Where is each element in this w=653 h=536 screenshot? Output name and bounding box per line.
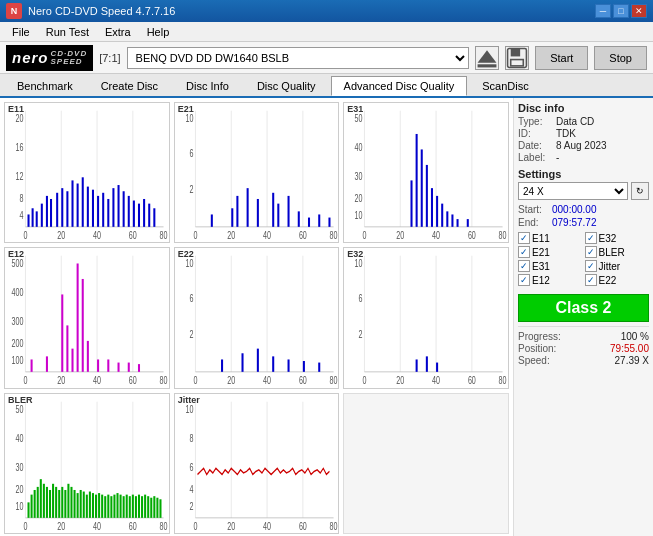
- svg-rect-28: [61, 188, 63, 227]
- svg-rect-146: [272, 357, 274, 372]
- tab-create-disc[interactable]: Create Disc: [88, 76, 171, 96]
- svg-rect-118: [61, 295, 63, 372]
- drive-select[interactable]: BENQ DVD DD DW1640 BSLB: [127, 47, 470, 69]
- svg-rect-203: [89, 491, 91, 517]
- cb-e32[interactable]: [585, 232, 597, 244]
- maximize-button[interactable]: □: [613, 4, 629, 18]
- tab-disc-info[interactable]: Disc Info: [173, 76, 242, 96]
- stop-button[interactable]: Stop: [594, 46, 647, 70]
- svg-rect-64: [246, 188, 248, 227]
- cb-e21[interactable]: [518, 246, 530, 258]
- svg-rect-117: [46, 357, 48, 372]
- close-button[interactable]: ✕: [631, 4, 647, 18]
- svg-rect-26: [50, 199, 52, 227]
- svg-rect-124: [97, 360, 99, 372]
- disc-type-value: Data CD: [556, 116, 594, 127]
- speed-value: 27.39 X: [615, 355, 649, 366]
- menu-run-test[interactable]: Run Test: [38, 24, 97, 40]
- svg-text:20: 20: [227, 230, 235, 242]
- tab-advanced-disc-quality[interactable]: Advanced Disc Quality: [331, 76, 468, 96]
- svg-rect-36: [102, 193, 104, 227]
- chart-e31-svg: 50 40 30 20 10 0 20 40 60 80: [344, 103, 508, 242]
- title-bar: N Nero CD-DVD Speed 4.7.7.16 ─ □ ✕: [0, 0, 653, 22]
- svg-rect-46: [153, 208, 155, 227]
- speed-label: Speed:: [518, 355, 550, 366]
- progress-row: Progress: 100 %: [518, 331, 649, 342]
- cb-e11-row: E11: [518, 232, 583, 244]
- svg-rect-192: [55, 487, 57, 518]
- svg-text:12: 12: [15, 171, 23, 183]
- svg-rect-122: [82, 279, 84, 372]
- svg-text:4: 4: [19, 210, 23, 222]
- svg-rect-61: [210, 214, 212, 226]
- svg-text:20: 20: [355, 193, 363, 205]
- svg-text:0: 0: [193, 520, 197, 532]
- svg-rect-67: [277, 204, 279, 227]
- menu-help[interactable]: Help: [139, 24, 178, 40]
- cb-e12[interactable]: [518, 274, 530, 286]
- svg-text:60: 60: [468, 230, 476, 242]
- chart-jitter-label: Jitter: [178, 395, 200, 405]
- svg-text:300: 300: [11, 316, 23, 328]
- svg-rect-126: [118, 363, 120, 372]
- cb-e11[interactable]: [518, 232, 530, 244]
- tab-disc-quality[interactable]: Disc Quality: [244, 76, 329, 96]
- svg-rect-69: [297, 211, 299, 226]
- svg-rect-198: [74, 490, 76, 518]
- cb-e32-row: E32: [585, 232, 650, 244]
- cb-e22[interactable]: [585, 274, 597, 286]
- svg-rect-183: [28, 502, 30, 517]
- svg-rect-165: [426, 357, 428, 372]
- svg-rect-227: [175, 394, 339, 533]
- svg-text:40: 40: [432, 230, 440, 242]
- svg-text:2: 2: [189, 329, 193, 341]
- svg-text:20: 20: [57, 230, 65, 242]
- speed-btn[interactable]: ↻: [631, 182, 649, 200]
- chart-e21-label: E21: [178, 104, 194, 114]
- chart-bler-svg: 50 40 30 20 10 0 20 40 60 80: [5, 394, 169, 533]
- svg-rect-144: [241, 354, 243, 373]
- main-content: E11 20 16 12 8 4 0 20 40 60 80: [0, 98, 653, 536]
- cb-jitter[interactable]: [585, 260, 597, 272]
- svg-text:20: 20: [57, 520, 65, 532]
- menu-extra[interactable]: Extra: [97, 24, 139, 40]
- chart-e11-svg: 20 16 12 8 4 0 20 40 60 80: [5, 103, 169, 242]
- svg-rect-224: [153, 496, 155, 518]
- svg-rect-222: [147, 496, 149, 518]
- chart-e22-svg: 10 6 2 0 20 40 60 80: [175, 248, 339, 387]
- svg-rect-211: [113, 494, 115, 517]
- svg-rect-41: [128, 196, 130, 227]
- cb-bler[interactable]: [585, 246, 597, 258]
- chart-jitter-svg: 10 8 6 4 2 0 20 40 60 80: [175, 394, 339, 533]
- tab-benchmark[interactable]: Benchmark: [4, 76, 86, 96]
- speed-select[interactable]: 24 X: [518, 182, 628, 200]
- svg-rect-63: [236, 196, 238, 227]
- disc-date-label: Date:: [518, 140, 552, 151]
- svg-text:0: 0: [193, 230, 197, 242]
- cb-e32-label: E32: [599, 233, 617, 244]
- menu-file[interactable]: File: [4, 24, 38, 40]
- svg-rect-216: [129, 496, 131, 518]
- svg-text:40: 40: [15, 432, 23, 444]
- svg-rect-66: [272, 193, 274, 227]
- eject-icon[interactable]: [475, 46, 499, 70]
- svg-rect-190: [49, 490, 51, 518]
- svg-rect-201: [83, 491, 85, 517]
- drive-bar: nero CD·DVDSPEED [7:1] BENQ DVD DD DW164…: [0, 42, 653, 74]
- cb-e31[interactable]: [518, 260, 530, 272]
- svg-rect-34: [92, 190, 94, 227]
- cb-jitter-row: Jitter: [585, 260, 650, 272]
- start-button[interactable]: Start: [535, 46, 588, 70]
- svg-text:4: 4: [189, 483, 193, 495]
- cb-e31-label: E31: [532, 261, 550, 272]
- tab-scan-disc[interactable]: ScanDisc: [469, 76, 541, 96]
- svg-text:80: 80: [160, 230, 168, 242]
- svg-rect-218: [135, 496, 137, 518]
- svg-rect-62: [231, 208, 233, 227]
- svg-rect-89: [411, 180, 413, 226]
- save-icon[interactable]: [505, 46, 529, 70]
- svg-text:400: 400: [11, 287, 23, 299]
- svg-text:2: 2: [189, 183, 193, 195]
- minimize-button[interactable]: ─: [595, 4, 611, 18]
- charts-area: E11 20 16 12 8 4 0 20 40 60 80: [0, 98, 513, 536]
